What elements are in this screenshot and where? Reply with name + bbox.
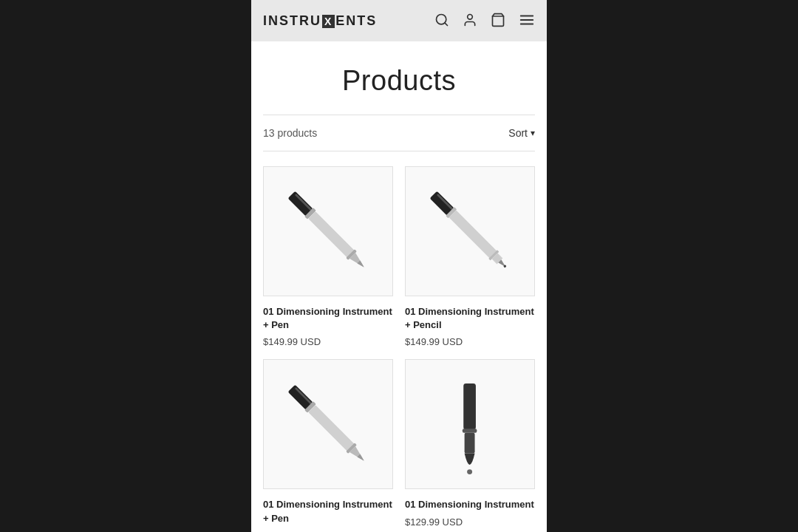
product-price-2: $149.99 USD [405, 336, 535, 347]
page-title-section: Products [263, 41, 535, 115]
product-card-4[interactable]: 01 Dimensioning Instrument $129.99 USD [405, 359, 535, 532]
main-content: Products 13 products Sort ▾ [251, 41, 547, 532]
svg-point-2 [468, 14, 473, 19]
svg-rect-32 [465, 433, 475, 454]
svg-rect-31 [463, 429, 477, 433]
product-price-1: $149.99 USD [263, 336, 393, 347]
cart-icon[interactable] [491, 13, 505, 30]
product-image-1 [263, 166, 393, 296]
logo-x: X [322, 15, 335, 28]
product-name-3: 01 Dimensioning Instrument + Pen [263, 498, 393, 525]
chevron-down-icon: ▾ [531, 128, 535, 138]
svg-marker-13 [358, 261, 366, 269]
svg-rect-10 [308, 211, 355, 259]
product-count: 13 products [263, 127, 317, 139]
logo-text-before: INSTRU [263, 13, 321, 28]
product-image-3 [263, 359, 393, 489]
product-image-2 [405, 166, 535, 296]
product-card-1[interactable]: 01 Dimensioning Instrument + Pen $149.99… [263, 166, 393, 347]
product-price-4: $129.99 USD [405, 516, 535, 528]
page-wrapper: INSTRUXENTS [251, 0, 547, 532]
svg-rect-30 [464, 383, 477, 430]
search-icon[interactable] [434, 13, 449, 30]
logo-text-after: ENTS [335, 13, 377, 28]
svg-rect-17 [449, 211, 498, 259]
product-card-3[interactable]: 01 Dimensioning Instrument + Pen $149.99… [263, 359, 393, 532]
product-image-4 [405, 359, 535, 489]
svg-rect-26 [308, 405, 355, 452]
product-card-2[interactable]: 01 Dimensioning Instrument + Pencil $149… [405, 166, 535, 347]
product-name-4: 01 Dimensioning Instrument [405, 498, 535, 511]
site-logo[interactable]: INSTRUXENTS [263, 13, 377, 29]
header: INSTRUXENTS [251, 0, 547, 41]
sort-button[interactable]: Sort ▾ [508, 127, 535, 139]
svg-line-1 [445, 22, 448, 25]
header-icons [434, 12, 535, 30]
menu-icon[interactable] [519, 12, 535, 30]
user-icon[interactable] [463, 13, 477, 30]
svg-point-33 [468, 469, 473, 474]
sort-label: Sort [508, 127, 528, 139]
page-title: Products [263, 65, 535, 97]
svg-marker-12 [350, 253, 368, 271]
product-name-2: 01 Dimensioning Instrument + Pencil [405, 305, 535, 332]
product-name-1: 01 Dimensioning Instrument + Pen [263, 305, 393, 332]
filter-bar: 13 products Sort ▾ [263, 115, 535, 151]
product-grid: 01 Dimensioning Instrument + Pen $149.99… [263, 151, 535, 532]
